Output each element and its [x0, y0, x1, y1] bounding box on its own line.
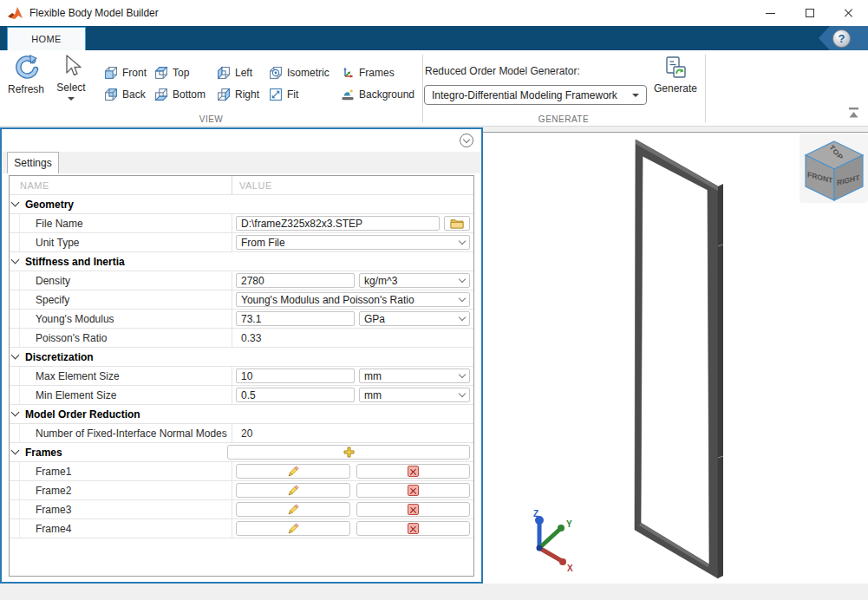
tab-home[interactable]: HOME	[7, 27, 86, 50]
section-row-frames[interactable]: Frames	[10, 443, 473, 462]
panel-collapse-button[interactable]	[460, 134, 473, 147]
minimize-button[interactable]	[751, 0, 790, 26]
browse-file-button[interactable]	[444, 216, 470, 231]
background-icon	[341, 88, 355, 101]
close-button[interactable]	[829, 0, 868, 26]
property-name: Specify	[20, 290, 232, 309]
row-gutter	[10, 500, 20, 518]
left-view-icon	[217, 66, 231, 80]
edit-frame4-button[interactable]	[236, 521, 350, 536]
frames-toggle-button[interactable]: Frames	[341, 64, 395, 82]
isometric-view-button[interactable]: Isometric	[269, 64, 330, 82]
row-gutter	[10, 367, 20, 385]
unit-type-select[interactable]: From File	[236, 235, 470, 250]
collapse-chevron-icon	[11, 447, 20, 455]
front-view-button[interactable]: Front	[104, 64, 147, 82]
top-view-button[interactable]: Top	[154, 64, 189, 82]
back-view-button[interactable]: Back	[104, 86, 146, 103]
collapse-chevron-icon	[11, 408, 20, 417]
left-view-label: Left	[235, 67, 252, 79]
delete-icon	[408, 523, 419, 534]
isometric-view-icon	[269, 66, 283, 80]
density-input[interactable]	[236, 273, 355, 288]
top-view-icon	[154, 66, 168, 80]
property-row-unit-type: Unit Type From File	[10, 233, 473, 252]
section-title: Geometry	[25, 199, 74, 211]
collapse-toolstrip-button[interactable]	[846, 108, 861, 119]
close-icon	[844, 8, 854, 18]
frame-row-2: Frame2	[10, 481, 473, 500]
fit-view-label: Fit	[287, 88, 298, 101]
pencil-icon	[286, 503, 300, 517]
add-frame-button[interactable]	[227, 445, 470, 460]
help-button[interactable]: ?	[832, 29, 851, 48]
poissons-ratio-value[interactable]: 0.33	[236, 332, 470, 344]
edit-frame1-button[interactable]	[236, 464, 350, 479]
section-row-discretization[interactable]: Discretization	[10, 348, 473, 367]
youngs-unit-select[interactable]: GPa	[359, 311, 470, 326]
generate-button[interactable]: Generate	[652, 55, 699, 95]
frames-toggle-label: Frames	[359, 67, 395, 79]
min-element-size-input[interactable]	[236, 388, 355, 402]
select-cursor-icon	[59, 53, 83, 79]
normal-modes-value[interactable]: 20	[236, 427, 470, 440]
row-gutter	[10, 290, 20, 309]
maximize-button[interactable]	[790, 0, 829, 26]
collapse-chevron-icon	[11, 351, 20, 360]
fit-view-button[interactable]: Fit	[269, 86, 298, 103]
name-column-header: NAME	[10, 176, 232, 194]
property-name: Young's Modulus	[20, 310, 232, 328]
edit-frame3-button[interactable]	[236, 502, 350, 517]
frame-name: Frame2	[20, 481, 232, 499]
section-title: Frames	[25, 447, 224, 459]
background-button[interactable]: Background	[341, 86, 414, 103]
window-title: Flexible Body Model Builder	[29, 7, 159, 19]
select-dropdown-icon	[68, 97, 75, 101]
refresh-button[interactable]: Refresh	[4, 53, 48, 95]
youngs-modulus-input[interactable]	[236, 311, 355, 326]
youngs-unit-value: GPa	[364, 313, 460, 325]
select-button[interactable]: Select	[50, 53, 92, 101]
frame-name: Frame3	[20, 500, 232, 518]
density-unit-select[interactable]: kg/m^3	[359, 273, 470, 288]
row-gutter	[10, 386, 20, 404]
delete-frame2-button[interactable]	[356, 483, 471, 498]
file-name-input[interactable]	[236, 216, 440, 231]
left-view-button[interactable]: Left	[217, 64, 252, 82]
title-bar: Flexible Body Model Builder	[0, 0, 868, 26]
ribbon-bar: HOME ?	[0, 26, 868, 50]
row-gutter	[10, 519, 20, 538]
section-row-geometry[interactable]: Geometry	[10, 195, 473, 214]
front-view-icon	[104, 66, 118, 80]
delete-frame4-button[interactable]	[356, 521, 471, 536]
collapse-chevron-icon	[11, 256, 20, 264]
row-gutter	[10, 271, 20, 290]
delete-frame3-button[interactable]	[356, 502, 471, 517]
value-column-header: VALUE	[232, 180, 473, 191]
viewport-3d[interactable]: TOP FRONT RIGHT Z Y X	[483, 132, 868, 584]
max-element-unit-select[interactable]: mm	[359, 368, 470, 383]
right-view-button[interactable]: Right	[217, 86, 259, 103]
section-row-stiffness[interactable]: Stiffness and Inertia	[10, 252, 473, 271]
rom-generator-select[interactable]: Integro-Differential Modeling Framework	[424, 85, 647, 105]
max-element-size-input[interactable]	[236, 368, 355, 383]
frame-row-1: Frame1	[10, 462, 473, 481]
z-axis-label: Z	[533, 509, 538, 518]
specify-select[interactable]: Young's Modulus and Poisson's Ratio	[236, 292, 470, 307]
row-gutter	[10, 233, 20, 251]
edit-frame2-button[interactable]	[236, 483, 350, 498]
property-name: Density	[20, 271, 232, 290]
pencil-icon	[286, 522, 300, 536]
property-name: Max Element Size	[20, 367, 232, 385]
app-window: Flexible Body Model Builder HOME ? Refre…	[0, 0, 868, 600]
flexible-body-model[interactable]	[635, 140, 723, 578]
help-area: ?	[819, 26, 868, 50]
bottom-view-button[interactable]: Bottom	[154, 86, 206, 103]
view-cube[interactable]: TOP FRONT RIGHT	[799, 134, 868, 203]
pencil-icon	[286, 465, 300, 479]
delete-frame1-button[interactable]	[356, 464, 471, 479]
min-element-unit-select[interactable]: mm	[359, 388, 470, 402]
property-row-youngs-modulus: Young's Modulus GPa	[10, 310, 473, 329]
tab-settings[interactable]: Settings	[7, 152, 59, 173]
section-row-model-order-reduction[interactable]: Model Order Reduction	[10, 405, 473, 424]
